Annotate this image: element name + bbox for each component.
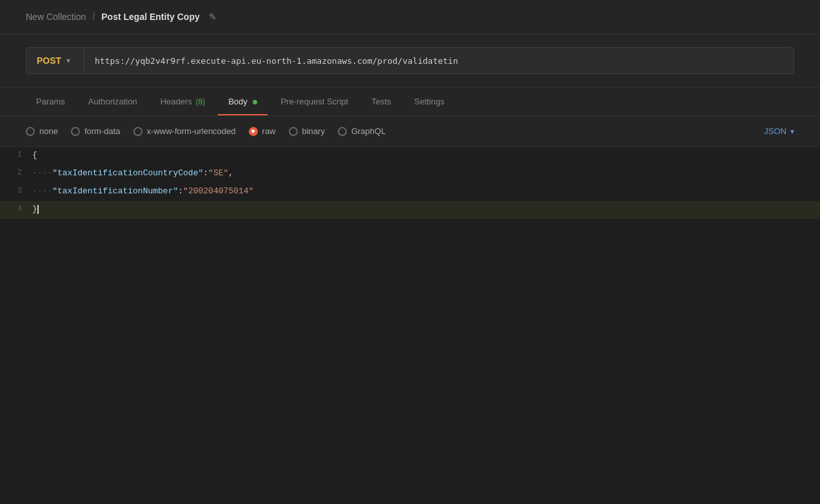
cursor: [37, 205, 39, 214]
breadcrumb-bar: New Collection / Post Legal Entity Copy …: [0, 0, 820, 34]
breadcrumb-collection[interactable]: New Collection: [26, 12, 86, 22]
radio-binary-circle: [289, 127, 298, 136]
line-content-2: ····"taxIdentificationCountryCode":"SE",: [32, 165, 820, 181]
tab-pre-request-label: Pre-request Script: [280, 97, 348, 106]
radio-urlencoded-label: x-www-form-urlencoded: [147, 126, 236, 136]
radio-form-data[interactable]: form-data: [71, 126, 121, 136]
radio-raw[interactable]: raw: [249, 126, 276, 136]
radio-graphql-circle: [338, 127, 347, 136]
url-bar-container: POST ▾: [0, 34, 820, 88]
method-label: POST: [37, 55, 61, 66]
tab-settings[interactable]: Settings: [404, 88, 455, 115]
radio-graphql[interactable]: GraphQL: [338, 126, 386, 136]
edit-icon[interactable]: ✎: [209, 12, 217, 22]
method-selector[interactable]: POST ▾: [26, 48, 84, 73]
tab-settings-label: Settings: [415, 97, 445, 106]
radio-none[interactable]: none: [26, 126, 58, 136]
radio-urlencoded[interactable]: x-www-form-urlencoded: [133, 126, 236, 136]
body-type-bar: none form-data x-www-form-urlencoded raw…: [0, 116, 820, 147]
line-content-1: {: [32, 147, 820, 163]
url-input[interactable]: [84, 48, 794, 73]
tab-authorization[interactable]: Authorization: [78, 88, 148, 115]
method-dropdown-arrow: ▾: [66, 56, 70, 65]
code-line-3: 3 ····"taxIdentificationNumber":"2002040…: [0, 183, 820, 201]
radio-form-data-circle: [71, 127, 80, 136]
tab-authorization-label: Authorization: [88, 97, 137, 106]
radio-none-circle: [26, 127, 35, 136]
line-number-4: 4: [0, 201, 32, 217]
radio-graphql-label: GraphQL: [351, 126, 386, 136]
radio-binary-label: binary: [302, 126, 325, 136]
tab-headers-label: Headers: [161, 97, 192, 106]
tab-body-dot: [253, 100, 257, 104]
breadcrumb-separator: /: [92, 12, 95, 22]
line-content-4: }: [32, 201, 820, 217]
json-selector[interactable]: JSON ▾: [764, 126, 794, 136]
line-content-3: ····"taxIdentificationNumber":"200204075…: [32, 183, 820, 199]
tab-body[interactable]: Body: [218, 88, 268, 115]
url-bar: POST ▾: [26, 47, 794, 74]
radio-binary[interactable]: binary: [289, 126, 325, 136]
code-line-1: 1 {: [0, 147, 820, 165]
json-arrow: ▾: [790, 127, 794, 136]
breadcrumb-current: Post Legal Entity Copy: [101, 12, 199, 22]
tab-headers-badge: (8): [195, 97, 205, 106]
tab-params-label: Params: [36, 97, 65, 106]
code-line-4: 4 }: [0, 201, 820, 219]
line-number-3: 3: [0, 183, 32, 199]
code-line-2: 2 ····"taxIdentificationCountryCode":"SE…: [0, 165, 820, 183]
json-label: JSON: [764, 126, 786, 136]
line-number-1: 1: [0, 147, 32, 162]
radio-form-data-label: form-data: [84, 126, 121, 136]
tab-headers[interactable]: Headers (8): [150, 88, 215, 115]
tab-params[interactable]: Params: [26, 88, 75, 115]
radio-urlencoded-circle: [133, 127, 142, 136]
tabs-bar: Params Authorization Headers (8) Body Pr…: [0, 88, 820, 116]
tab-pre-request[interactable]: Pre-request Script: [270, 88, 358, 115]
tab-body-label: Body: [228, 97, 248, 106]
radio-raw-circle: [249, 127, 258, 136]
tab-tests[interactable]: Tests: [361, 88, 401, 115]
app-container: New Collection / Post Legal Entity Copy …: [0, 0, 820, 504]
radio-raw-label: raw: [262, 126, 276, 136]
code-editor[interactable]: 1 { 2 ····"taxIdentificationCountryCode"…: [0, 147, 820, 504]
line-number-2: 2: [0, 165, 32, 180]
tab-tests-label: Tests: [371, 97, 391, 106]
radio-none-label: none: [39, 126, 58, 136]
